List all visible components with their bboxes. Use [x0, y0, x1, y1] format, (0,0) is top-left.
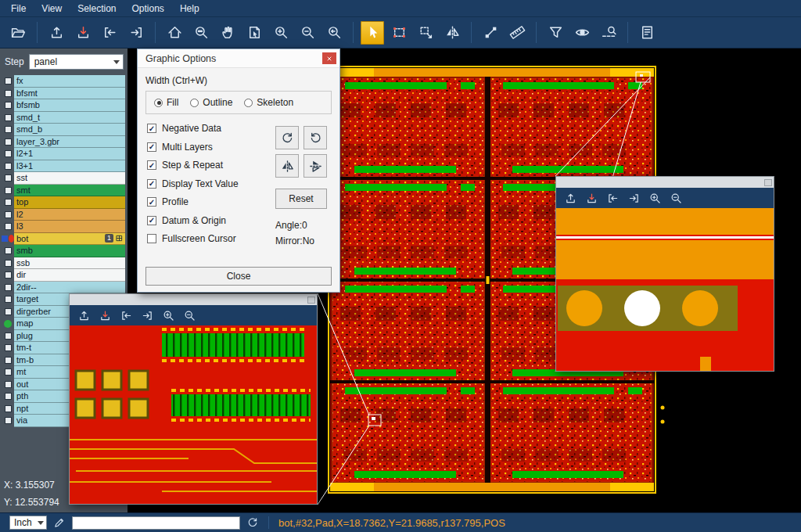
arrow-up-box-icon[interactable] — [45, 21, 68, 45]
menu-file[interactable]: File — [3, 2, 34, 16]
layer-visibility-checkbox[interactable] — [5, 357, 12, 364]
checkbox-fullscreen-cursor[interactable]: Fullscreen Cursor — [147, 233, 239, 244]
layer-row-ssb[interactable]: ssb — [2, 257, 125, 270]
radio-circle[interactable] — [244, 99, 253, 107]
zoom-previous-icon[interactable] — [322, 21, 346, 45]
pan-hand-icon[interactable] — [216, 21, 239, 45]
page-select-icon[interactable] — [242, 21, 266, 45]
layer-visibility-checkbox[interactable] — [5, 284, 12, 291]
radio-skeleton[interactable]: Skeleton — [244, 97, 293, 108]
checkbox-box[interactable]: ✓ — [147, 179, 156, 189]
eye-icon[interactable] — [570, 21, 594, 45]
unit-select[interactable]: Inch — [9, 516, 47, 530]
layer-row-l2[interactable]: l2 — [2, 209, 125, 221]
zoom-in-icon[interactable] — [159, 307, 178, 324]
layer-row-top[interactable]: top — [2, 196, 125, 209]
layer-row-dir[interactable]: dir — [2, 269, 125, 282]
menu-options[interactable]: Options — [124, 2, 172, 16]
layer-row-smd_b[interactable]: smd_b — [2, 124, 125, 136]
zoom-window-content[interactable] — [70, 325, 317, 504]
close-button[interactable]: Close — [145, 267, 332, 286]
checkbox-box[interactable]: ✓ — [147, 124, 156, 133]
filter-icon[interactable] — [544, 21, 567, 45]
radio-fill[interactable]: Fill — [154, 97, 178, 108]
checkbox-negative-data[interactable]: ✓Negative Data — [147, 123, 239, 134]
layer-row-bfsmb[interactable]: bfsmb — [2, 99, 125, 112]
layer-visibility-checkbox[interactable] — [5, 332, 12, 340]
layer-visibility-checkbox[interactable] — [5, 344, 12, 351]
layer-visibility-checkbox[interactable] — [5, 296, 12, 303]
move-select-icon[interactable] — [414, 21, 437, 45]
refresh-icon[interactable] — [246, 516, 259, 529]
checkbox-box[interactable]: ✓ — [147, 142, 156, 152]
layer-visibility-checkbox[interactable] — [5, 271, 12, 279]
close-icon[interactable] — [322, 52, 336, 64]
zoom-window-titlebar[interactable] — [70, 294, 317, 305]
layer-visibility-checkbox[interactable] — [5, 381, 12, 388]
layer-row-bot[interactable]: bot1 — [2, 233, 125, 246]
zoom-window-content[interactable] — [556, 208, 774, 371]
layer-visibility-checkbox[interactable] — [5, 393, 12, 400]
layer-visibility-checkbox[interactable] — [5, 163, 12, 170]
layer-row-smd_t[interactable]: smd_t — [2, 112, 125, 124]
open-folder-icon[interactable] — [6, 21, 30, 45]
checkbox-profile[interactable]: ✓Profile — [147, 196, 239, 207]
layer-row-l2+1[interactable]: l2+1 — [2, 148, 125, 160]
layer-visibility-checkbox[interactable] — [5, 247, 12, 254]
layer-visibility-checkbox[interactable] — [5, 405, 12, 412]
layer-row-smt[interactable]: smt — [2, 185, 125, 197]
checkbox-box[interactable] — [147, 234, 156, 243]
layer-visibility-checkbox[interactable] — [5, 150, 12, 157]
mirror-select-icon[interactable] — [440, 21, 464, 45]
layer-row-bfsmt[interactable]: bfsmt — [2, 88, 125, 100]
home-icon[interactable] — [163, 21, 186, 45]
zoom-window-left[interactable] — [69, 293, 318, 505]
checkbox-box[interactable]: ✓ — [147, 160, 156, 170]
radio-outline[interactable]: Outline — [190, 97, 232, 108]
arrow-up-box-icon[interactable] — [561, 189, 580, 207]
radio-circle[interactable] — [154, 99, 163, 107]
zoom-window-right[interactable] — [555, 176, 774, 372]
reset-button[interactable]: Reset — [275, 189, 327, 209]
layer-visibility-checkbox[interactable] — [5, 187, 12, 194]
zoom-out-icon[interactable] — [666, 189, 685, 207]
step-select[interactable]: panel — [29, 54, 124, 70]
zoom-region-icon[interactable] — [189, 21, 213, 45]
select-arrow-icon[interactable] — [361, 21, 384, 45]
window-button-icon[interactable] — [764, 179, 772, 186]
menu-view[interactable]: View — [34, 2, 70, 16]
layer-visibility-checkbox[interactable] — [5, 126, 12, 133]
layer-row-fx[interactable]: fx — [2, 75, 125, 88]
dialog-titlebar[interactable]: Graphic Options — [138, 49, 339, 68]
layer-visibility-checkbox[interactable] — [5, 77, 12, 84]
report-icon[interactable] — [635, 21, 659, 45]
radio-circle[interactable] — [190, 99, 199, 107]
layer-row-smb[interactable]: smb — [2, 245, 125, 257]
layer-visibility-checkbox[interactable] — [5, 174, 12, 182]
layer-visibility-checkbox[interactable] — [5, 417, 12, 424]
arrow-right-box-icon[interactable] — [624, 189, 643, 207]
layer-row-sst[interactable]: sst — [2, 172, 125, 185]
command-input[interactable] — [72, 516, 240, 530]
net-search-icon[interactable] — [597, 21, 620, 45]
flip-horizontal-icon[interactable] — [275, 154, 299, 178]
layer-visibility-checkbox[interactable] — [5, 308, 12, 315]
zoom-out-icon[interactable] — [180, 307, 199, 324]
zoom-in-icon[interactable] — [269, 21, 293, 45]
rotate-cw-icon[interactable] — [275, 126, 299, 149]
layer-visibility-checkbox[interactable] — [5, 223, 12, 230]
arrow-up-box-icon[interactable] — [74, 307, 93, 324]
layer-visibility-checkbox[interactable] — [5, 90, 12, 97]
layer-visibility-checkbox[interactable] — [5, 368, 12, 376]
zoom-in-icon[interactable] — [645, 189, 664, 207]
rect-select-icon[interactable] — [387, 21, 411, 45]
checkbox-display-text-value[interactable]: ✓Display Text Value — [147, 178, 239, 189]
menu-help[interactable]: Help — [172, 2, 207, 16]
layer-row-layer_3.gbr[interactable]: layer_3.gbr — [2, 136, 125, 149]
arrow-right-box-icon[interactable] — [138, 307, 156, 324]
layer-visibility-checkbox[interactable] — [5, 260, 12, 267]
arrow-left-box-icon[interactable] — [117, 307, 135, 324]
arrow-left-box-icon[interactable] — [98, 21, 121, 45]
checkbox-multi-layers[interactable]: ✓Multi Layers — [147, 142, 239, 153]
arrow-down-box-icon[interactable] — [582, 189, 601, 207]
